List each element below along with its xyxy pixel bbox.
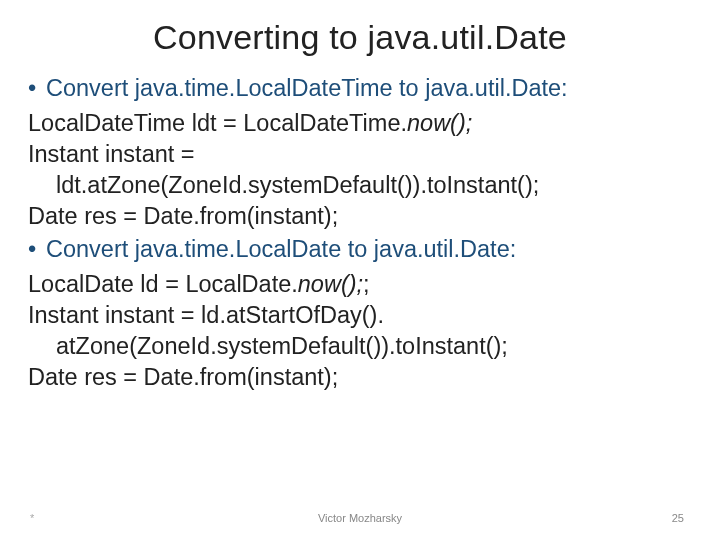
slide-title: Converting to java.util.Date: [28, 18, 692, 57]
bullet-1-text: Convert java.time.LocalDateTime to java.…: [46, 73, 568, 104]
page-number: 25: [672, 512, 684, 524]
footer-marker: *: [30, 512, 34, 524]
bullet-2: • Convert java.time.LocalDate to java.ut…: [28, 234, 692, 265]
slide-content: • Convert java.time.LocalDateTime to jav…: [28, 73, 692, 393]
code-2-line-2: Instant instant = ld.atStartOfDay().: [28, 300, 692, 331]
bullet-dot-icon: •: [28, 73, 46, 104]
bullet-dot-icon: •: [28, 234, 46, 265]
code-2-line-4: Date res = Date.from(instant);: [28, 362, 692, 393]
code-2-line-1: LocalDate ld = LocalDate.now();;: [28, 269, 692, 300]
footer-author: Victor Mozharsky: [318, 512, 402, 524]
bullet-2-text: Convert java.time.LocalDate to java.util…: [46, 234, 516, 265]
code-1-line-2: Instant instant =: [28, 139, 692, 170]
code-2-line-3: atZone(ZoneId.systemDefault()).toInstant…: [56, 331, 692, 362]
bullet-1: • Convert java.time.LocalDateTime to jav…: [28, 73, 692, 104]
code-text-italic: now();: [298, 271, 363, 297]
code-text: LocalDate ld = LocalDate.: [28, 271, 298, 297]
code-text: ;: [363, 271, 370, 297]
code-1-line-3: ldt.atZone(ZoneId.systemDefault()).toIns…: [56, 170, 692, 201]
slide: Converting to java.util.Date • Convert j…: [0, 0, 720, 540]
code-1-line-4: Date res = Date.from(instant);: [28, 201, 692, 232]
code-1-line-1: LocalDateTime ldt = LocalDateTime.now();: [28, 108, 692, 139]
code-text-italic: now();: [407, 110, 472, 136]
code-text: LocalDateTime ldt = LocalDateTime.: [28, 110, 407, 136]
